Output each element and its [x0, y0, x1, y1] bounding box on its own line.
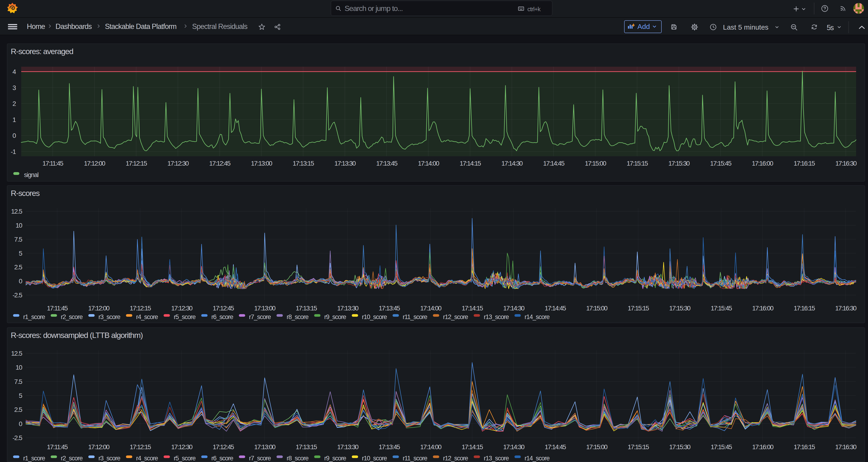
svg-text:r10_score: r10_score: [362, 455, 387, 462]
svg-text:17:15:30: 17:15:30: [669, 443, 690, 451]
svg-text:17:15:30: 17:15:30: [669, 160, 690, 167]
svg-text:r5_score: r5_score: [174, 455, 196, 462]
svg-text:17:13:00: 17:13:00: [254, 443, 276, 451]
svg-text:17:13:30: 17:13:30: [337, 443, 359, 451]
svg-text:r13_score: r13_score: [484, 455, 509, 462]
svg-text:r7_score: r7_score: [249, 313, 271, 320]
svg-text:17:14:00: 17:14:00: [418, 160, 439, 167]
svg-text:17:16:30: 17:16:30: [835, 160, 857, 167]
svg-text:17:15:15: 17:15:15: [628, 305, 649, 312]
svg-text:7.5: 7.5: [14, 378, 22, 385]
svg-text:17:15:15: 17:15:15: [627, 160, 648, 167]
svg-text:17:13:30: 17:13:30: [337, 305, 359, 312]
svg-text:17:12:30: 17:12:30: [171, 305, 193, 312]
svg-text:-2.5: -2.5: [12, 291, 22, 299]
svg-text:17:12:15: 17:12:15: [130, 443, 151, 451]
svg-text:12.5: 12.5: [11, 208, 22, 215]
svg-text:r6_score: r6_score: [212, 455, 234, 462]
svg-text:10: 10: [16, 222, 22, 229]
svg-text:17:11:45: 17:11:45: [47, 443, 68, 451]
svg-text:r1_score: r1_score: [23, 313, 45, 320]
svg-text:17:14:30: 17:14:30: [501, 160, 523, 167]
svg-text:0: 0: [19, 420, 22, 428]
svg-text:r3_score: r3_score: [98, 455, 120, 462]
svg-text:0: 0: [19, 278, 22, 285]
svg-text:r14_score: r14_score: [525, 313, 550, 320]
svg-text:r2_score: r2_score: [61, 313, 83, 320]
svg-text:17:14:15: 17:14:15: [460, 160, 481, 167]
svg-text:r8_score: r8_score: [286, 313, 308, 320]
svg-text:1: 1: [12, 116, 16, 123]
svg-text:17:13:00: 17:13:00: [254, 305, 276, 312]
svg-text:10: 10: [16, 364, 22, 371]
svg-text:17:14:45: 17:14:45: [543, 160, 565, 167]
svg-text:0: 0: [12, 132, 16, 139]
svg-text:17:14:45: 17:14:45: [545, 443, 566, 451]
svg-text:r11_score: r11_score: [403, 455, 427, 462]
svg-text:17:13:45: 17:13:45: [379, 305, 400, 312]
svg-text:7.5: 7.5: [14, 236, 22, 243]
svg-text:17:16:30: 17:16:30: [835, 443, 857, 451]
svg-text:signal: signal: [24, 172, 38, 178]
svg-text:17:13:45: 17:13:45: [376, 160, 398, 167]
svg-text:17:14:30: 17:14:30: [503, 443, 525, 451]
svg-text:-2.5: -2.5: [12, 434, 22, 441]
svg-text:17:16:15: 17:16:15: [794, 305, 815, 312]
svg-text:17:14:45: 17:14:45: [545, 305, 566, 312]
svg-text:17:13:30: 17:13:30: [334, 160, 356, 167]
svg-text:r6_score: r6_score: [212, 313, 234, 320]
svg-text:17:13:15: 17:13:15: [292, 160, 314, 167]
svg-text:17:14:15: 17:14:15: [462, 305, 483, 312]
svg-text:r8_score: r8_score: [286, 455, 308, 462]
svg-text:17:13:15: 17:13:15: [296, 305, 317, 312]
svg-text:12.5: 12.5: [11, 350, 22, 357]
svg-text:r4_score: r4_score: [136, 455, 158, 462]
svg-text:r3_score: r3_score: [98, 313, 120, 320]
svg-text:r1_score: r1_score: [23, 455, 45, 462]
svg-text:17:16:00: 17:16:00: [752, 443, 774, 451]
svg-text:17:13:45: 17:13:45: [379, 443, 400, 451]
svg-text:r12_score: r12_score: [443, 455, 468, 462]
svg-text:r11_score: r11_score: [403, 313, 427, 320]
svg-text:17:13:00: 17:13:00: [251, 160, 272, 167]
svg-text:17:16:00: 17:16:00: [752, 305, 774, 312]
svg-text:17:16:15: 17:16:15: [794, 160, 815, 167]
svg-text:17:11:45: 17:11:45: [42, 160, 63, 167]
svg-text:17:12:45: 17:12:45: [213, 443, 234, 451]
svg-text:5: 5: [19, 392, 22, 399]
svg-text:17:15:45: 17:15:45: [711, 443, 732, 451]
svg-text:17:15:00: 17:15:00: [586, 443, 608, 451]
svg-text:r5_score: r5_score: [174, 313, 196, 320]
svg-text:17:15:45: 17:15:45: [711, 305, 732, 312]
svg-text:2: 2: [12, 100, 16, 107]
svg-text:17:13:15: 17:13:15: [296, 443, 317, 451]
svg-text:17:16:00: 17:16:00: [752, 160, 773, 167]
svg-text:r14_score: r14_score: [525, 455, 550, 462]
svg-text:17:12:45: 17:12:45: [213, 305, 234, 312]
svg-text:17:12:00: 17:12:00: [88, 443, 110, 451]
svg-text:r10_score: r10_score: [362, 313, 387, 320]
svg-text:17:11:45: 17:11:45: [47, 305, 68, 312]
svg-text:2.5: 2.5: [14, 406, 22, 413]
svg-text:17:14:00: 17:14:00: [420, 305, 441, 312]
svg-text:17:14:30: 17:14:30: [503, 305, 525, 312]
svg-text:17:15:00: 17:15:00: [585, 160, 607, 167]
svg-text:r2_score: r2_score: [61, 455, 83, 462]
svg-text:17:15:00: 17:15:00: [586, 305, 608, 312]
svg-text:17:12:30: 17:12:30: [171, 443, 193, 451]
svg-text:17:16:15: 17:16:15: [794, 443, 815, 451]
svg-text:5: 5: [19, 250, 22, 257]
svg-text:17:12:30: 17:12:30: [167, 160, 189, 167]
svg-text:17:16:30: 17:16:30: [835, 305, 857, 312]
svg-text:17:12:15: 17:12:15: [130, 305, 151, 312]
svg-text:17:15:45: 17:15:45: [710, 160, 732, 167]
svg-text:17:14:15: 17:14:15: [462, 443, 483, 451]
svg-text:3: 3: [12, 84, 16, 91]
svg-text:-1: -1: [11, 148, 16, 155]
svg-text:r12_score: r12_score: [443, 313, 468, 320]
svg-text:17:12:15: 17:12:15: [126, 160, 147, 167]
svg-text:4: 4: [12, 68, 16, 75]
svg-text:17:12:00: 17:12:00: [84, 160, 105, 167]
svg-text:r9_score: r9_score: [324, 455, 346, 462]
svg-text:17:12:45: 17:12:45: [209, 160, 230, 167]
